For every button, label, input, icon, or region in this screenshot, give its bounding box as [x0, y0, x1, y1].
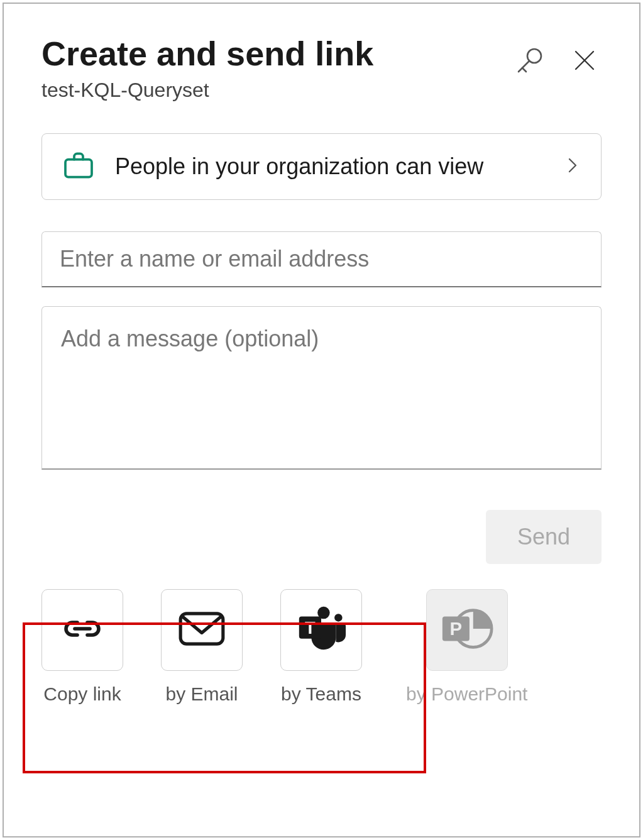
- copy-link-label: Copy link: [43, 683, 121, 705]
- copy-link-tile: [41, 589, 123, 671]
- by-email-option[interactable]: by Email: [161, 589, 243, 705]
- share-options-row: Copy link by Email: [41, 589, 602, 705]
- key-icon: [515, 45, 545, 77]
- permission-text: People in your organization can view: [115, 151, 544, 182]
- by-teams-tile: T: [280, 589, 362, 671]
- by-email-label: by Email: [165, 683, 238, 705]
- link-settings-button[interactable]: [511, 41, 549, 81]
- by-teams-label: by Teams: [281, 683, 361, 705]
- by-powerpoint-tile: P: [426, 589, 508, 671]
- svg-text:T: T: [305, 618, 316, 638]
- by-powerpoint-label: by PowerPoint: [406, 683, 527, 705]
- permission-selector[interactable]: People in your organization can view: [41, 133, 602, 200]
- close-button[interactable]: [568, 43, 602, 79]
- dialog-title: Create and send link: [41, 35, 511, 72]
- send-row: Send: [41, 510, 602, 564]
- dialog-header: Create and send link test-KQL-Queryset: [41, 35, 602, 102]
- message-input[interactable]: [41, 306, 602, 470]
- briefcase-icon: [61, 148, 96, 185]
- share-dialog: Create and send link test-KQL-Queryset: [3, 3, 640, 837]
- by-powerpoint-option[interactable]: P by PowerPoint: [406, 589, 527, 705]
- svg-point-7: [334, 614, 343, 622]
- recipient-input[interactable]: [41, 231, 602, 287]
- svg-text:P: P: [449, 618, 462, 639]
- send-button[interactable]: Send: [486, 510, 602, 564]
- svg-rect-5: [180, 614, 223, 644]
- by-teams-option[interactable]: T by Teams: [280, 589, 362, 705]
- email-icon: [177, 611, 226, 649]
- teams-icon: T: [294, 605, 348, 655]
- close-icon: [571, 47, 598, 75]
- powerpoint-icon: P: [439, 605, 495, 655]
- title-block: Create and send link test-KQL-Queryset: [41, 35, 511, 102]
- svg-rect-3: [65, 160, 92, 177]
- chevron-right-icon: [563, 156, 582, 177]
- header-actions: [511, 35, 602, 81]
- dialog-subtitle: test-KQL-Queryset: [41, 79, 511, 102]
- link-icon: [60, 612, 105, 648]
- copy-link-option[interactable]: Copy link: [41, 589, 123, 705]
- by-email-tile: [161, 589, 243, 671]
